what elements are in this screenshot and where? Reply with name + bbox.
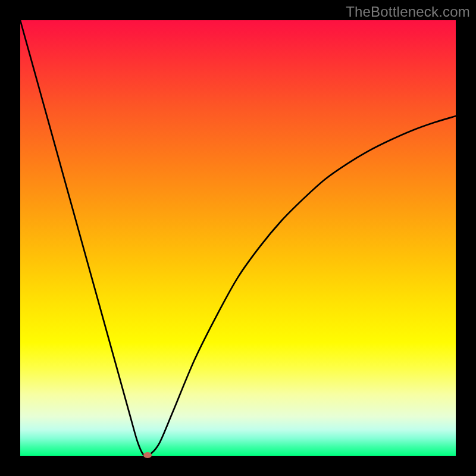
- curve-svg: [20, 20, 456, 456]
- chart-frame: TheBottleneck.com: [0, 0, 476, 476]
- bottleneck-curve: [20, 20, 456, 456]
- optimal-point-marker: [143, 452, 152, 458]
- plot-area: [20, 20, 456, 456]
- watermark-text: TheBottleneck.com: [346, 4, 470, 20]
